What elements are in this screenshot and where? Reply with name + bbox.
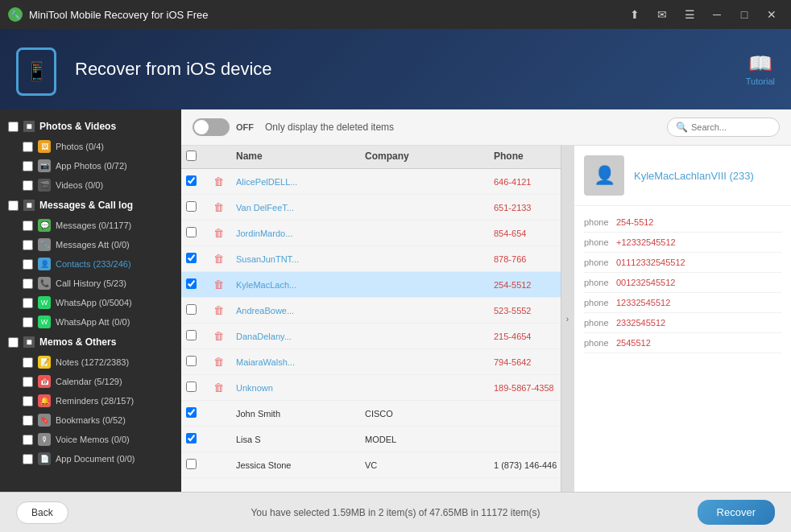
sidebar-item-reminders-(28/157)[interactable]: 🔔Reminders (28/157)	[0, 391, 181, 410]
item-checkbox[interactable]	[23, 435, 33, 445]
row-checkbox-cell[interactable]	[181, 327, 209, 345]
sidebar-item-app-photos-(0/72)[interactable]: 📷App Photos (0/72)	[0, 156, 181, 175]
sidebar-item-photos-(0/4)[interactable]: 🖼Photos (0/4)	[0, 137, 181, 156]
row-checkbox-cell[interactable]	[181, 404, 209, 423]
row-checkbox[interactable]	[186, 381, 197, 392]
sidebar-item-whatsapp-(0/5004)[interactable]: WWhatsApp (0/5004)	[0, 293, 181, 312]
row-checkbox-cell[interactable]	[181, 378, 209, 397]
row-delete-cell[interactable]: 🗑	[209, 198, 231, 217]
item-checkbox[interactable]	[23, 259, 33, 270]
sidebar-item-calendar-(5/129)[interactable]: 📅Calendar (5/129)	[0, 372, 181, 391]
sidebar-item-voice-memos-(0/0)[interactable]: 🎙Voice Memos (0/0)	[0, 430, 181, 449]
row-delete-cell[interactable]	[209, 410, 231, 417]
minimize-button[interactable]: ⬆	[623, 3, 646, 26]
group-checkbox[interactable]	[8, 337, 19, 348]
row-delete-cell[interactable]: 🗑	[209, 275, 231, 294]
table-row[interactable]: 🗑 Unknown 189-5867-4358	[181, 375, 561, 401]
sidebar-group-photos-&-videos[interactable]: ■Photos & Videos	[0, 116, 181, 137]
item-checkbox[interactable]	[23, 180, 33, 191]
row-checkbox[interactable]	[186, 201, 197, 212]
recover-button[interactable]: Recover	[698, 500, 775, 525]
row-checkbox-cell[interactable]	[181, 275, 209, 294]
table-row[interactable]: Lisa S MODEL	[181, 427, 561, 452]
item-checkbox[interactable]	[23, 221, 33, 231]
table-row[interactable]: Jessica Stone VC 1 (873) 146-446	[181, 452, 561, 478]
row-checkbox-cell[interactable]	[181, 172, 209, 191]
row-delete-cell[interactable]: 🗑	[209, 327, 231, 345]
item-checkbox[interactable]	[23, 298, 33, 308]
row-checkbox[interactable]	[186, 407, 197, 418]
row-delete-cell[interactable]: 🗑	[209, 301, 231, 320]
sidebar-group-messages-&-call-log[interactable]: ■Messages & Call log	[0, 195, 181, 216]
table-row[interactable]: John Smith CISCO	[181, 401, 561, 427]
sidebar-item-videos-(0/0)[interactable]: 🎬Videos (0/0)	[0, 175, 181, 195]
table-row[interactable]: 🗑 JordinMardo... 854-654	[181, 221, 561, 246]
sidebar-item-call-history-(5/23)[interactable]: 📞Call History (5/23)	[0, 274, 181, 293]
back-button[interactable]: Back	[16, 501, 68, 524]
item-checkbox[interactable]	[23, 415, 33, 426]
row-delete-cell[interactable]	[209, 462, 231, 468]
row-checkbox-cell[interactable]	[181, 250, 209, 268]
tutorial-button[interactable]: 📖 Tutorial	[746, 52, 775, 86]
table-row[interactable]: 🗑 SusanJunTNT... 878-766	[181, 246, 561, 272]
sidebar-item-notes-(1272/2383)[interactable]: 📝Notes (1272/2383)	[0, 353, 181, 372]
item-checkbox[interactable]	[23, 142, 33, 152]
row-delete-cell[interactable]	[209, 436, 231, 443]
table-row[interactable]: 🗑 MaiaraWalsh... 794-5642	[181, 349, 561, 375]
row-delete-cell[interactable]: 🗑	[209, 353, 231, 371]
window-close[interactable]: ✕	[760, 3, 783, 26]
row-checkbox[interactable]	[186, 459, 197, 469]
row-delete-cell[interactable]: 🗑	[209, 172, 231, 191]
row-checkbox-cell[interactable]	[181, 353, 209, 371]
row-delete-cell[interactable]: 🗑	[209, 250, 231, 268]
row-checkbox-cell[interactable]	[181, 456, 209, 474]
row-checkbox[interactable]	[186, 330, 197, 340]
table-row[interactable]: 🗑 Van DelFeeT... 651-2133	[181, 195, 561, 221]
group-checkbox[interactable]	[8, 122, 19, 132]
row-checkbox[interactable]	[186, 253, 197, 263]
row-checkbox-cell[interactable]	[181, 224, 209, 242]
email-button[interactable]: ✉	[651, 3, 673, 26]
sidebar-item-bookmarks-(0/52)[interactable]: 🔖Bookmarks (0/52)	[0, 410, 181, 430]
table-row[interactable]: 🗑 KyleMacLach... 254-5512	[181, 272, 561, 298]
row-checkbox[interactable]	[186, 356, 197, 366]
toggle-switch[interactable]: OFF	[193, 118, 255, 136]
row-checkbox[interactable]	[186, 175, 197, 186]
row-checkbox[interactable]	[186, 304, 197, 315]
item-checkbox[interactable]	[23, 454, 33, 464]
select-all-checkbox[interactable]	[186, 151, 197, 161]
table-row[interactable]: 🗑 AlicePelDELL... 646-4121	[181, 169, 561, 195]
sidebar-item-whatsapp-att-(0/0)[interactable]: WWhatsApp Att (0/0)	[0, 312, 181, 332]
row-checkbox[interactable]	[186, 227, 197, 237]
item-checkbox[interactable]	[23, 240, 33, 250]
sidebar-item-contacts-(233/246)[interactable]: 👤Contacts (233/246)	[0, 254, 181, 274]
row-checkbox-cell[interactable]	[181, 301, 209, 320]
row-checkbox-cell[interactable]	[181, 430, 209, 448]
sidebar-item-app-document-(0/0)[interactable]: 📄App Document (0/0)	[0, 449, 181, 468]
search-box[interactable]: 🔍	[667, 118, 780, 137]
window-restore[interactable]: □	[733, 3, 756, 26]
row-checkbox-cell[interactable]	[181, 198, 209, 217]
collapse-arrow[interactable]: ›	[561, 146, 574, 492]
item-checkbox[interactable]	[23, 357, 33, 368]
item-checkbox[interactable]	[23, 377, 33, 387]
sidebar-group-memos-&-others[interactable]: ■Memos & Others	[0, 332, 181, 353]
item-checkbox[interactable]	[23, 317, 33, 328]
row-delete-cell[interactable]: 🗑	[209, 224, 231, 242]
group-icon: ■	[23, 121, 35, 132]
sidebar-item-messages-att-(0/0)[interactable]: 📎Messages Att (0/0)	[0, 235, 181, 254]
row-checkbox[interactable]	[186, 433, 197, 443]
table-row[interactable]: 🗑 DanaDelany... 215-4654	[181, 324, 561, 349]
item-checkbox[interactable]	[23, 161, 33, 171]
menu-button[interactable]: ☰	[678, 3, 701, 26]
row-delete-cell[interactable]: 🗑	[209, 378, 231, 397]
search-input[interactable]	[691, 122, 771, 132]
item-checkbox[interactable]	[23, 278, 33, 289]
group-checkbox[interactable]	[8, 200, 19, 211]
item-checkbox[interactable]	[23, 396, 33, 406]
sidebar-item-messages-(0/1177)[interactable]: 💬Messages (0/1177)	[0, 216, 181, 235]
table-row[interactable]: 🗑 AndreaBowe... 523-5552	[181, 298, 561, 324]
row-checkbox[interactable]	[186, 278, 197, 289]
toggle-track[interactable]	[193, 118, 230, 136]
window-minimize[interactable]: ─	[706, 3, 728, 26]
